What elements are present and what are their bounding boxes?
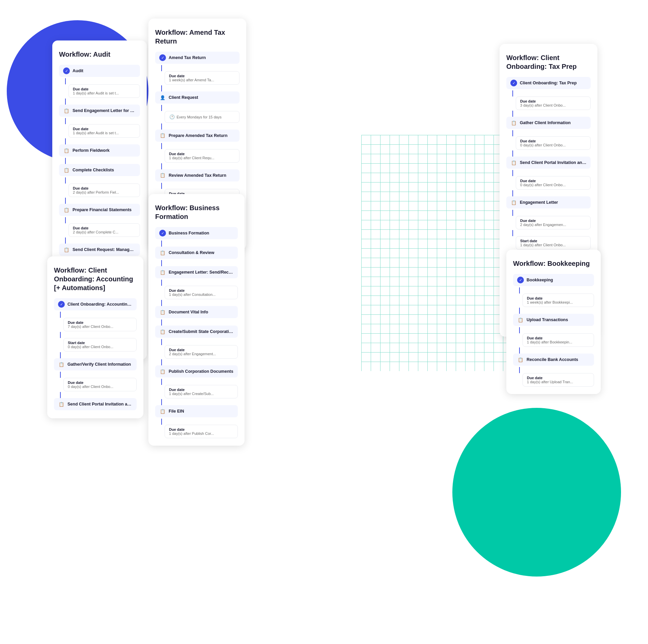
list-item: 📋 Complete Checklists (59, 164, 140, 176)
connector (65, 138, 66, 144)
connector (60, 392, 61, 398)
task-label: Create/Submit State Corporatio... (169, 329, 234, 334)
form-icon: 📋 (159, 269, 166, 276)
form-icon: 📋 (159, 172, 166, 179)
start-date-item: Start date 1 day(s) after Client Onbo... (516, 236, 591, 250)
connector (65, 158, 66, 164)
due-label: Due date (68, 320, 132, 325)
connector (60, 312, 61, 318)
due-value: 0 day(s) after Client Onbo... (520, 183, 586, 187)
connector (512, 150, 513, 157)
due-date-item: Due date 1 day(s) after Audit is set t..… (68, 84, 140, 98)
task-audit: ✓ Audit (59, 65, 140, 77)
task-label: Prepare Financial Statements (73, 207, 132, 212)
form-icon: 📋 (58, 361, 65, 368)
due-value: 1 day(s) after Create/Sub... (169, 392, 233, 396)
check-icon: ✓ (510, 80, 517, 86)
task-label: Client Onboarding: Accounting [... (67, 302, 133, 307)
connector (512, 170, 513, 176)
due-label: Due date (169, 152, 235, 156)
connector (161, 105, 162, 111)
task-fieldwork: 📋 Perform Fieldwork (59, 144, 140, 157)
due-label: Due date (73, 226, 136, 230)
due-date-item: Due date 7 day(s) after Client Onbo... (63, 318, 137, 331)
task-file-ein: 📋 File EIN (155, 405, 238, 417)
task-publish-corporation: 📋 Publish Corporation Documents (155, 365, 238, 377)
task-engagement-letter: 📋 Engagement Letter (506, 196, 591, 208)
due-date-item: Due date 3 day(s) after Client Onbo... (516, 96, 591, 110)
start-label: Start date (68, 341, 132, 345)
start-value: 0 day(s) after Client Onbo... (68, 345, 132, 349)
due-label: Due date (527, 376, 590, 380)
task-label: Gather/Verify Client Information (67, 362, 131, 367)
task-label: Upload Transactions (527, 317, 568, 322)
connector (65, 118, 66, 124)
connector (512, 111, 513, 117)
task-label: Document Vital Info (169, 310, 208, 314)
list-item: 📋 Gather Client Information (506, 117, 591, 129)
form-icon: 📋 (63, 147, 70, 154)
connector (65, 198, 66, 204)
connector (65, 237, 66, 244)
due-value: 7 day(s) after Client Onbo... (68, 325, 132, 329)
due-value: 1 day(s) after Audit is set t... (73, 131, 136, 135)
due-value: 1 day(s) after Audit is set t... (73, 91, 136, 95)
due-value: 0 day(s) after Client Onbo... (520, 143, 586, 147)
form-icon: 📋 (159, 328, 166, 335)
due-label: Due date (169, 427, 233, 431)
due-date-item: Due date 0 day(s) after Client Onbo... (516, 176, 591, 190)
task-consultation: 📋 Consultation & Review (155, 247, 238, 259)
task-gather-verify: 📋 Gather/Verify Client Information (54, 358, 137, 370)
task-engagement-letter: 📋 Engagement Letter: Send/Recei... (155, 266, 238, 278)
task-label: Client Request (169, 95, 198, 100)
list-item: 📋 Engagement Letter: Send/Recei... (155, 266, 238, 278)
task-client-onboard-acct: ✓ Client Onboarding: Accounting [... (54, 298, 137, 310)
task-client-request: 👤 Client Request (155, 91, 240, 104)
list-item: ✓ Client Onboarding: Tax Prep (506, 77, 591, 89)
connector (161, 183, 162, 189)
form-icon: 📋 (510, 159, 517, 166)
task-label: Send Client Request: Managem... (73, 247, 136, 252)
recurring-value: Every Mondays for 15 days (176, 115, 221, 119)
task-review-amended: 📋 Review Amended Tax Return (155, 169, 240, 181)
connector (512, 130, 513, 136)
due-label: Due date (169, 388, 233, 392)
check-icon: ✓ (517, 277, 524, 283)
connector (161, 143, 162, 149)
connector (161, 300, 162, 306)
form-icon: 📋 (159, 132, 166, 139)
task-business-formation: ✓ Business Formation (155, 227, 238, 239)
connector (60, 352, 61, 358)
list-item: ✓ Bookkeeping (513, 274, 594, 286)
start-date-item: Start date 0 day(s) after Client Onbo... (63, 338, 137, 352)
recurring-item: 🕐 Every Mondays for 15 days (165, 111, 240, 123)
connector (161, 260, 162, 266)
connector (161, 359, 162, 365)
card-business-formation: Workflow: Business Formation ✓ Business … (148, 194, 245, 446)
due-date-item: Due date 2 day(s) after Complete C... (68, 223, 140, 237)
due-date-item: Due date 1 day(s) after Create/Sub... (165, 385, 238, 398)
due-date-item: Due date 1 day(s) after Consultation... (165, 286, 238, 299)
connector (161, 399, 162, 405)
form-icon: 📋 (510, 119, 517, 126)
form-icon: 📋 (58, 401, 65, 408)
task-prepare-amended: 📋 Prepare Amended Tax Return (155, 130, 240, 142)
task-label: Complete Checklists (73, 168, 114, 172)
due-date-item: Due date 1 day(s) after Audit is set t..… (68, 124, 140, 138)
list-item: 📋 Gather/Verify Client Information (54, 358, 137, 370)
client-onboard-acct-timeline: ✓ Client Onboarding: Accounting [... Due… (54, 298, 137, 410)
task-label: Engagement Letter: Send/Recei... (169, 270, 234, 275)
due-value: 2 day(s) after Perform Fiel... (73, 190, 136, 194)
list-item: 📋 Upload Transactions (513, 314, 594, 326)
task-label: Send Client Portal Invitation and... (67, 402, 133, 407)
due-value: 2 day(s) after Complete C... (73, 230, 136, 234)
due-label: Due date (73, 186, 136, 190)
list-item: 📋 Create/Submit State Corporatio... (155, 326, 238, 338)
task-bookkeeping: ✓ Bookkeeping (513, 274, 594, 286)
form-icon: 📋 (63, 246, 70, 253)
due-label: Due date (527, 296, 590, 300)
list-item: ✓ Audit (59, 65, 140, 77)
form-icon: 📋 (63, 167, 70, 173)
connector (519, 287, 520, 293)
list-item: 📋 Consultation & Review (155, 247, 238, 259)
